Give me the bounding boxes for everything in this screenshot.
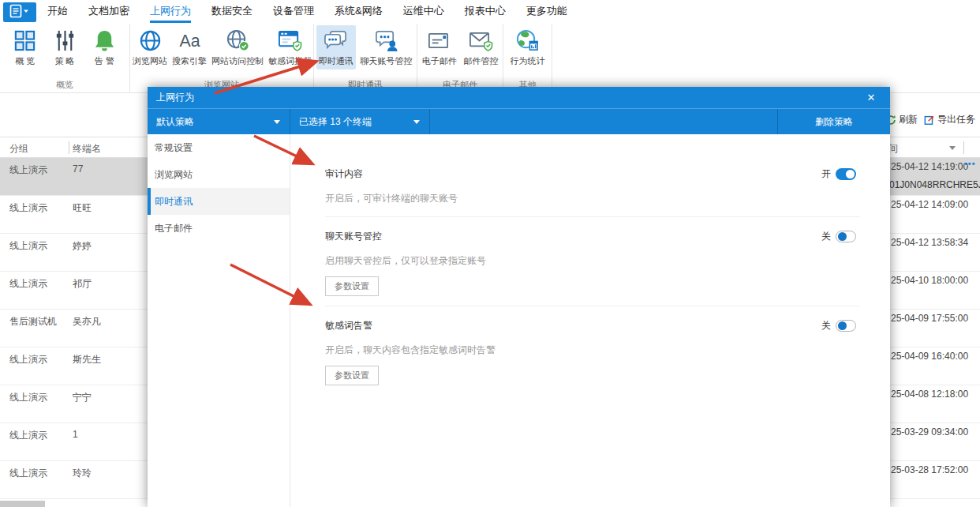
row-id: 01J0N048RRCHRE5J... (889, 179, 980, 190)
ribbon-tab[interactable]: 数据安全 (211, 0, 252, 24)
param-settings-button[interactable]: 参数设置 (325, 276, 379, 296)
dialog-title: 上网行为 (156, 92, 194, 103)
terminal-dropdown[interactable]: 已选择 13 个终端 (290, 109, 430, 134)
ribbon-tab[interactable]: 更多功能 (526, 0, 567, 24)
section-description: 开启后，聊天内容包含指定敏感词时告警 (325, 344, 860, 357)
row-terminal-name: 1 (73, 429, 78, 440)
ribbon-tab[interactable]: 报表中心 (465, 0, 506, 24)
column-header-group[interactable]: 分组 (9, 142, 28, 156)
ribbon-button[interactable]: Aa搜索引擎 (170, 25, 209, 69)
ribbon-tab-bar: 开始文档加密上网行为数据安全设备管理系统&网络运维中心报表中心更多功能 (0, 0, 980, 24)
toggle-knob (838, 232, 847, 241)
browse-globe-icon (138, 28, 163, 53)
export-task-button[interactable]: 导出任务 (924, 113, 975, 126)
ribbon-button[interactable]: 即时通讯 (316, 25, 356, 69)
section-description: 启用聊天管控后，仅可以登录指定账号 (325, 254, 860, 268)
row-terminal-name: 77 (73, 163, 83, 175)
ribbon-tabs: 开始文档加密上网行为数据安全设备管理系统&网络运维中心报表中心更多功能 (47, 0, 980, 24)
ribbon-button[interactable]: 邮件管控 (461, 25, 500, 69)
caret-down-icon (274, 120, 280, 127)
toggle-knob (846, 170, 855, 178)
ribbon-tab[interactable]: 设备管理 (273, 0, 314, 24)
ribbon-tab[interactable]: 上网行为 (150, 0, 191, 24)
refresh-button[interactable]: 刷新 (885, 113, 918, 126)
keyword-block-shield-icon (278, 28, 302, 53)
ribbon-group-other: 行为统计 其他 (503, 24, 552, 92)
ribbon-button[interactable]: 电子邮件 (420, 25, 459, 69)
row-time: 25-04-09 16:40:00 (891, 351, 968, 362)
row-group: 线上演示 (9, 467, 47, 480)
app-menu-icon (9, 4, 30, 21)
row-group: 售后测试机 (9, 315, 57, 329)
section-title: 聊天账号管控 (325, 230, 382, 243)
search-engine-font-icon: Aa (178, 28, 202, 53)
row-time: 25-04-09 17:55:00 (891, 313, 968, 324)
row-group: 线上演示 (9, 239, 47, 253)
toggle-switch[interactable] (836, 168, 856, 180)
toggle-switch[interactable] (836, 320, 856, 332)
ribbon-button[interactable]: 概 览 (10, 25, 39, 69)
column-divider (69, 141, 69, 154)
row-terminal-name: 婷婷 (73, 239, 92, 253)
row-more-button[interactable]: ••• (964, 159, 976, 168)
ribbon-button[interactable]: 网站访问控制 (209, 25, 266, 69)
row-group: 线上演示 (9, 277, 47, 291)
settings-section: 审计内容 开 开启后，可审计终端的聊天账号 (325, 134, 860, 217)
row-time: 25-04-08 12:18:00 (891, 389, 968, 400)
section-description: 开启后，可审计终端的聊天账号 (325, 192, 860, 205)
close-icon[interactable]: ✕ (863, 87, 879, 108)
dialog-toolbar: 默认策略 已选择 13 个终端 删除策略 (148, 108, 890, 134)
row-group: 线上演示 (9, 201, 47, 215)
column-header-name[interactable]: 终端名 (73, 142, 101, 156)
behavior-stats-globe-icon (515, 28, 540, 53)
dialog-sidebar-item[interactable]: 浏览网站 (148, 161, 290, 188)
dialog-title-bar: 上网行为 ✕ (148, 87, 890, 108)
ribbon-group-overview: 概 览策 略告 警 概览 (0, 24, 130, 92)
param-settings-button[interactable]: 参数设置 (325, 366, 379, 385)
row-group: 线上演示 (9, 391, 47, 404)
ribbon-tab[interactable]: 文档加密 (88, 0, 129, 24)
ribbon-button[interactable]: 策 略 (50, 25, 80, 69)
chat-account-user-icon (374, 28, 398, 53)
row-group: 线上演示 (9, 353, 47, 366)
delete-policy-button[interactable]: 删除策略 (778, 109, 890, 134)
alert-bell-icon (92, 28, 117, 53)
export-icon (924, 115, 935, 126)
ribbon-tab[interactable]: 开始 (47, 0, 68, 24)
ribbon-tab[interactable]: 运维中心 (403, 0, 444, 24)
policy-dialog: 上网行为 ✕ 默认策略 已选择 13 个终端 删除策略 常规设置浏览网站即时通讯… (148, 87, 890, 507)
dialog-sidebar-item[interactable]: 常规设置 (148, 134, 290, 161)
section-title: 审计内容 (325, 167, 363, 181)
policy-dropdown[interactable]: 默认策略 (148, 109, 290, 134)
column-divider (963, 141, 964, 154)
instant-message-chat-icon (324, 28, 348, 53)
ribbon-tab[interactable]: 系统&网络 (335, 0, 383, 24)
settings-section: 敏感词告警 关 开启后，聊天内容包含指定敏感词时告警 参数设置 (325, 306, 860, 395)
ribbon-group-label: 概览 (0, 79, 129, 92)
row-terminal-name: 祁厅 (73, 277, 92, 291)
filter-caret-icon[interactable] (949, 146, 956, 153)
ribbon-button[interactable]: 聊天账号管控 (357, 25, 414, 69)
toggle-state-label: 关 (821, 319, 831, 332)
toggle-state-label: 关 (821, 230, 831, 243)
app-menu-button[interactable] (3, 2, 36, 22)
svg-text:Aa: Aa (179, 32, 200, 51)
row-terminal-name: 玲玲 (73, 467, 92, 480)
ribbon-button[interactable]: 告 警 (90, 25, 119, 69)
policy-sliders-icon (53, 28, 77, 53)
dialog-sidebar-item[interactable]: 电子邮件 (148, 215, 290, 242)
horizontal-scrollbar-thumb[interactable] (0, 501, 45, 507)
dialog-sidebar-item[interactable]: 即时通讯 (148, 188, 290, 215)
ribbon-button[interactable]: 敏感词拦截 (266, 25, 314, 69)
caret-down-icon (413, 120, 420, 127)
ribbon-button[interactable]: 浏览网站 (130, 25, 170, 69)
row-time: 25-03-29 09:34:00 (891, 426, 968, 438)
row-time: 25-04-12 14:19:00 (891, 161, 968, 172)
row-terminal-name: 旺旺 (73, 201, 92, 215)
row-time: 25-04-12 14:09:00 (891, 199, 968, 210)
mail-control-shield-icon (469, 28, 493, 53)
ribbon-button[interactable]: 行为统计 (508, 25, 548, 69)
row-time: 25-03-28 17:52:00 (891, 464, 968, 475)
toggle-switch[interactable] (836, 231, 856, 242)
email-envelope-icon (427, 28, 451, 53)
